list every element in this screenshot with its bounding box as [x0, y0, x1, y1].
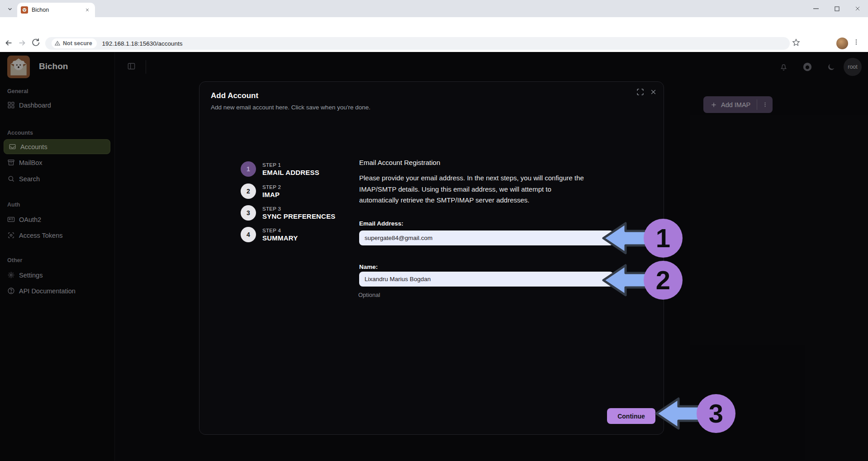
- step-3-label: STEP 3: [262, 206, 281, 212]
- browser-tab[interactable]: Bichon: [17, 3, 95, 17]
- bookmark-star-icon[interactable]: [792, 38, 803, 50]
- window-maximize-button[interactable]: [826, 0, 847, 17]
- screen: Bichon: [0, 0, 868, 461]
- name-input[interactable]: [359, 272, 613, 287]
- annotation-arrow-2: 2: [596, 252, 691, 309]
- annotation-arrow-3: 3: [649, 386, 744, 442]
- reload-button[interactable]: [31, 38, 43, 50]
- email-input[interactable]: [359, 230, 613, 245]
- url-text: 192.168.1.18:15630/accounts: [102, 40, 183, 47]
- add-account-dialog: Add Account Add new email account here. …: [199, 81, 664, 435]
- window-minimize-button[interactable]: [806, 0, 826, 17]
- step-1-indicator: 1: [241, 161, 256, 177]
- continue-button[interactable]: Continue: [607, 408, 655, 424]
- annotation-number-2: 2: [656, 265, 670, 295]
- tab-search-chevron-icon[interactable]: [5, 4, 15, 14]
- address-bar[interactable]: Not secure 192.168.1.18:15630/accounts: [45, 37, 790, 50]
- step-1-title: EMAIL ADDRESS: [262, 169, 319, 176]
- forward-button[interactable]: [17, 38, 29, 50]
- name-optional-hint: Optional: [358, 292, 380, 298]
- window-close-button[interactable]: [847, 0, 868, 17]
- step-1-label: STEP 1: [262, 162, 281, 168]
- step-2-indicator: 2: [241, 183, 256, 199]
- step-description: Please provide your email address. In th…: [359, 173, 591, 206]
- step-3-title: SYNC PREFERENCES: [262, 212, 336, 220]
- tab-favicon: [21, 6, 28, 14]
- step-heading: Email Account Registration: [359, 159, 440, 166]
- browser-profile-avatar[interactable]: [836, 38, 848, 49]
- tab-close-icon[interactable]: [83, 6, 91, 14]
- step-4-indicator: 4: [241, 227, 256, 242]
- step-2-label: STEP 2: [262, 184, 281, 190]
- browser-tab-strip: Bichon: [0, 0, 868, 17]
- browser-toolbar: Not secure 192.168.1.18:15630/accounts: [0, 17, 868, 52]
- annotation-number-3: 3: [709, 399, 723, 428]
- email-label: Email Address:: [359, 220, 403, 227]
- back-button[interactable]: [4, 38, 15, 50]
- dialog-subtitle: Add new email account here. Click save w…: [211, 104, 370, 111]
- warning-icon: [54, 40, 61, 47]
- step-4-title: SUMMARY: [262, 234, 298, 242]
- browser-menu-kebab-icon[interactable]: [852, 38, 864, 50]
- step-3-indicator: 3: [241, 205, 256, 221]
- step-4-label: STEP 4: [262, 228, 281, 233]
- close-icon[interactable]: [650, 89, 657, 95]
- fullscreen-icon[interactable]: [636, 88, 644, 96]
- annotation-number-1: 1: [656, 223, 670, 253]
- security-label: Not secure: [63, 40, 92, 47]
- step-2-title: IMAP: [262, 191, 280, 198]
- window-controls: [806, 0, 868, 17]
- dialog-title: Add Account: [211, 91, 258, 100]
- name-label: Name:: [359, 263, 378, 270]
- tab-title: Bichon: [32, 7, 83, 13]
- security-chip[interactable]: Not secure: [52, 38, 97, 48]
